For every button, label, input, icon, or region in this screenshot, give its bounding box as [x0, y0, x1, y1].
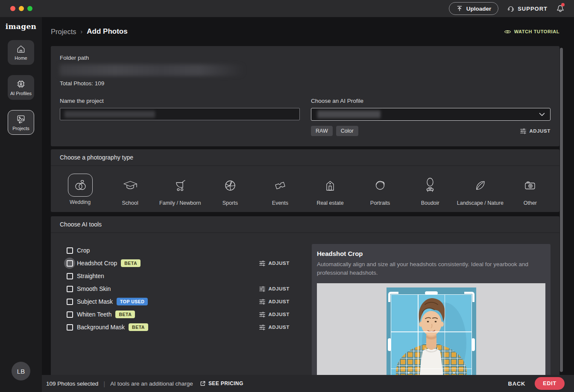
phototype-label: Sports — [223, 200, 238, 206]
titlebar: Uploader SUPPORT — [0, 0, 574, 17]
app-window: Uploader SUPPORT — [0, 0, 574, 392]
upload-details-panel: Folder path Total Photos: 109 Name the p… — [51, 46, 559, 146]
total-photos-text: Total Photos: 109 — [60, 80, 551, 87]
page-title: Add Photos — [87, 27, 127, 36]
crop-checkbox[interactable] — [64, 245, 75, 256]
whiten-teeth-adjust-button[interactable]: ADJUST — [259, 311, 290, 318]
phototype-other[interactable]: Other — [505, 174, 555, 206]
imagen-logo: imagen — [6, 22, 36, 31]
sliders-icon — [259, 324, 266, 331]
subject-mask-checkbox[interactable] — [64, 296, 75, 307]
upload-icon — [456, 5, 463, 12]
phototype-events[interactable]: Events — [255, 174, 305, 206]
breadcrumb-projects-link[interactable]: Projects — [51, 28, 76, 36]
sidebar-item-home[interactable]: Home — [8, 40, 34, 65]
sliders-icon — [259, 311, 266, 318]
phototype-real-estate[interactable]: Real estate — [305, 174, 355, 206]
projects-image-icon — [16, 114, 26, 124]
crop-corner-handle[interactable] — [388, 292, 398, 302]
beta-badge: BETA — [129, 323, 148, 331]
phototype-family-newborn[interactable]: Family / Newborn — [155, 174, 205, 206]
sidebar-item-projects[interactable]: Projects — [8, 110, 34, 135]
background-mask-checkbox[interactable] — [64, 322, 75, 333]
charge-note-text: AI tools are an additional charge — [110, 380, 193, 387]
minimize-window-button[interactable] — [19, 6, 24, 11]
folder-path-redacted — [60, 64, 244, 76]
headshot-crop-checkbox[interactable] — [64, 258, 75, 269]
photos-selected-text: 109 Photos selected — [46, 380, 98, 387]
uploader-button[interactable]: Uploader — [449, 2, 499, 15]
project-name-label: Name the project — [60, 98, 300, 104]
phototype-school[interactable]: School — [105, 174, 155, 206]
crop-grid-line — [391, 369, 472, 369]
sidebar-item-ai-profiles[interactable]: AI Profiles — [8, 75, 34, 100]
color-chip[interactable]: Color — [336, 126, 358, 136]
photography-section-title: Choose a photography type — [51, 149, 559, 166]
headset-icon — [507, 5, 515, 12]
straighten-checkbox[interactable] — [64, 270, 75, 282]
house-icon — [322, 178, 338, 193]
crop-corner-handle[interactable] — [464, 292, 474, 302]
window-controls — [10, 6, 32, 11]
user-avatar[interactable]: LB — [12, 362, 30, 380]
phototype-landscape-nature[interactable]: Landscape / Nature — [455, 174, 505, 206]
ai-tools-panel: Choose AI tools Crop Headshot Crop BETA — [51, 216, 559, 392]
camera-icon — [522, 179, 538, 192]
see-pricing-label: SEE PRICING — [208, 380, 243, 386]
vertical-scrollbar[interactable] — [560, 48, 563, 372]
support-label: SUPPORT — [518, 6, 548, 12]
graduation-cap-icon — [122, 178, 138, 193]
smooth-skin-checkbox[interactable] — [64, 283, 75, 294]
tool-row-whiten-teeth: Whiten Teeth BETA ADJUST — [64, 308, 290, 321]
edit-button[interactable]: EDIT — [535, 377, 565, 390]
crop-grid-line — [391, 331, 472, 332]
headshot-crop-adjust-button[interactable]: ADJUST — [259, 260, 290, 267]
footer-bar: 109 Photos selected | AI tools are an ad… — [42, 375, 574, 392]
phototype-label: Portraits — [370, 200, 390, 206]
wedding-rings-icon — [73, 177, 88, 193]
phototype-label: Family / Newborn — [159, 200, 201, 206]
sliders-icon — [259, 260, 266, 267]
ai-profile-select[interactable] — [311, 108, 551, 121]
smooth-skin-adjust-button[interactable]: ADJUST — [259, 286, 290, 292]
crop-edge-handle[interactable] — [388, 338, 391, 351]
tool-preview-card: Headshot Crop Automatically align and si… — [312, 244, 551, 392]
phototype-boudoir[interactable]: Boudoir — [405, 174, 455, 206]
main-content: Projects › Add Photos WATCH TUTORIAL Fol… — [42, 17, 574, 392]
stroller-icon — [173, 178, 188, 193]
tool-row-smooth-skin: Smooth Skin ADJUST — [64, 282, 290, 295]
phototype-label: Other — [524, 200, 537, 206]
phototype-label: Landscape / Nature — [457, 200, 504, 206]
tool-row-subject-mask: Subject Mask TOP USED ADJUST — [64, 295, 290, 308]
beta-badge: BETA — [115, 311, 135, 318]
crop-edge-handle[interactable] — [425, 291, 438, 295]
phototype-portraits[interactable]: Portraits — [355, 174, 405, 206]
see-pricing-link[interactable]: SEE PRICING — [200, 380, 243, 386]
crop-edge-handle[interactable] — [472, 338, 475, 351]
notifications-button[interactable] — [556, 4, 565, 13]
project-name-input[interactable] — [60, 108, 300, 120]
ai-profile-redacted — [317, 110, 381, 118]
whiten-teeth-checkbox[interactable] — [64, 309, 75, 320]
external-link-icon — [200, 380, 206, 386]
phototype-label: Boudoir — [421, 200, 439, 206]
footer-divider: | — [103, 380, 105, 387]
zoom-window-button[interactable] — [27, 6, 32, 11]
support-button[interactable]: SUPPORT — [507, 5, 548, 12]
tool-row-background-mask: Background Mask BETA ADJUST — [64, 321, 290, 334]
preview-title: Headshot Crop — [317, 250, 545, 257]
subject-mask-adjust-button[interactable]: ADJUST — [259, 299, 290, 305]
raw-chip[interactable]: RAW — [311, 126, 333, 136]
watch-tutorial-button[interactable]: WATCH TUTORIAL — [504, 29, 559, 35]
back-button[interactable]: BACK — [508, 380, 526, 387]
phototype-wedding[interactable]: Wedding — [55, 174, 105, 206]
volleyball-icon — [223, 178, 238, 193]
notification-dot — [561, 3, 565, 6]
phototype-label: School — [122, 200, 138, 206]
tool-row-headshot-crop: Headshot Crop BETA ADJUST — [64, 257, 290, 270]
profile-adjust-button[interactable]: ADJUST — [520, 128, 551, 134]
face-icon — [372, 178, 388, 193]
background-mask-adjust-button[interactable]: ADJUST — [259, 324, 290, 331]
phototype-sports[interactable]: Sports — [205, 174, 255, 206]
close-window-button[interactable] — [10, 6, 15, 11]
